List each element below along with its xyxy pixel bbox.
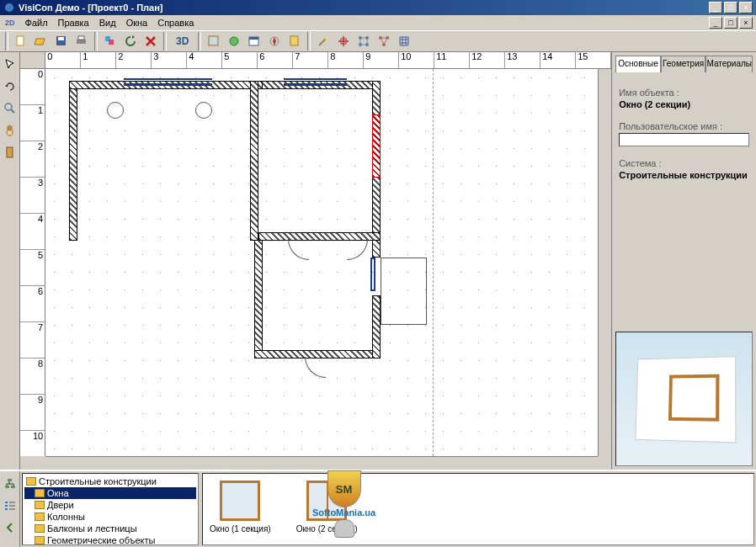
snap-icon xyxy=(337,35,350,48)
folder-icon xyxy=(35,524,45,533)
folder-icon xyxy=(35,536,45,544)
panel-button-5[interactable] xyxy=(285,32,304,50)
door-icon xyxy=(3,146,17,159)
menu-view[interactable]: Вид xyxy=(94,16,121,29)
svg-rect-14 xyxy=(290,36,298,45)
door-tool[interactable] xyxy=(1,143,19,162)
svg-rect-12 xyxy=(249,37,258,40)
svg-rect-25 xyxy=(7,147,13,157)
grid-button[interactable] xyxy=(395,32,413,50)
panel-button-2[interactable] xyxy=(225,32,243,50)
print-button[interactable] xyxy=(72,32,91,50)
folder-icon xyxy=(35,512,45,521)
svg-rect-28 xyxy=(11,486,15,488)
hand-icon xyxy=(3,124,17,137)
titlebar: VisiCon Демо - [Проект0 - План] _ □ × xyxy=(0,0,756,15)
left-toolbar xyxy=(0,52,20,470)
rotate2-icon xyxy=(3,80,17,93)
menu-file[interactable]: Файл xyxy=(20,16,53,29)
folder-icon xyxy=(35,489,45,497)
properties-panel: Основные Геометрия Материалы Имя объекта… xyxy=(611,52,756,470)
compass-icon xyxy=(268,35,281,48)
mdi-maximize-button[interactable]: □ xyxy=(724,17,737,29)
tree-windows[interactable]: Окна xyxy=(24,487,196,499)
wand-button[interactable] xyxy=(314,32,333,50)
save-button[interactable] xyxy=(52,32,71,50)
tree-root[interactable]: Строительные конструкции xyxy=(24,475,196,487)
svg-rect-7 xyxy=(109,40,114,45)
tree-columns[interactable]: Колонны xyxy=(24,511,196,523)
new-icon xyxy=(14,35,28,48)
system-value: Строительные конструкции xyxy=(619,170,749,180)
menu-windows[interactable]: Окна xyxy=(121,16,153,29)
grid-icon xyxy=(397,35,411,48)
svg-point-15 xyxy=(325,36,328,40)
object-name-value: Окно (2 секции) xyxy=(619,99,749,109)
folder-icon xyxy=(35,501,45,509)
menu-edit[interactable]: Правка xyxy=(53,16,94,29)
svg-rect-5 xyxy=(78,36,84,40)
lib-button-2[interactable] xyxy=(1,497,19,515)
globe-icon xyxy=(227,35,241,48)
lib-button-3[interactable] xyxy=(1,518,19,537)
open-icon xyxy=(35,35,48,48)
canvas-area: 0123456789101112131415 012345678910 xyxy=(20,52,611,470)
mdi-minimize-button[interactable]: _ xyxy=(709,17,722,29)
tab-geometry[interactable]: Геометрия xyxy=(661,56,706,72)
zoom-tool[interactable] xyxy=(1,99,19,118)
net-button-1[interactable] xyxy=(354,32,373,50)
ruler-horizontal: 0123456789101112131415 xyxy=(45,52,611,69)
open-button[interactable] xyxy=(32,32,51,50)
library-item-window2[interactable]: Окно (2 секции) xyxy=(296,481,358,538)
net2-icon xyxy=(377,35,391,48)
user-name-label: Пользовательское имя : xyxy=(619,121,749,131)
tree-balconies[interactable]: Балконы и лестницы xyxy=(24,523,196,534)
preview-3d[interactable] xyxy=(615,332,753,466)
floor-plan-canvas[interactable] xyxy=(45,69,598,456)
pointer-icon xyxy=(3,58,17,72)
rotate-button[interactable] xyxy=(121,32,140,50)
library-tree[interactable]: Строительные конструкции Окна Двери Коло… xyxy=(22,473,199,545)
window-title: VisiCon Демо - [Проект0 - План] xyxy=(19,3,162,13)
svg-rect-1 xyxy=(17,36,24,45)
delete-button[interactable] xyxy=(141,32,160,50)
mdi-close-button[interactable]: × xyxy=(739,17,753,29)
calendar-icon xyxy=(248,35,261,48)
app-icon xyxy=(3,2,15,13)
tree-geom[interactable]: Геометрические объекты xyxy=(24,534,196,545)
svg-point-10 xyxy=(230,37,238,45)
list-icon xyxy=(3,499,17,512)
mode-2d-badge: 2D xyxy=(3,17,17,29)
panel-button-1[interactable] xyxy=(205,32,223,50)
library-item-window1[interactable]: Окно (1 секция) xyxy=(210,481,271,538)
net-button-2[interactable] xyxy=(375,32,393,50)
lib-button-1[interactable] xyxy=(1,475,19,493)
book-icon xyxy=(288,35,301,48)
close-button[interactable]: × xyxy=(739,2,753,13)
panel-button-4[interactable] xyxy=(265,32,284,50)
hand-tool[interactable] xyxy=(1,121,19,140)
folder-icon xyxy=(26,477,36,486)
mode-3d-button[interactable]: 3D xyxy=(170,32,194,50)
svg-point-24 xyxy=(5,104,12,110)
vertical-scrollbar[interactable] xyxy=(598,69,611,456)
tree-doors[interactable]: Двери xyxy=(24,499,196,511)
snap-button[interactable] xyxy=(334,32,353,50)
svg-rect-9 xyxy=(210,38,216,44)
panel-button-3[interactable] xyxy=(245,32,264,50)
tab-materials[interactable]: Материалы xyxy=(705,56,753,72)
ruler-vertical: 012345678910 xyxy=(20,69,45,456)
maximize-button[interactable]: □ xyxy=(724,2,737,13)
minimize-button[interactable]: _ xyxy=(709,2,722,13)
rotate-tool[interactable] xyxy=(1,77,19,96)
layers-button[interactable] xyxy=(101,32,120,50)
horizontal-scrollbar[interactable] xyxy=(45,456,598,470)
window-icon xyxy=(207,35,221,48)
main-toolbar: 3D xyxy=(0,30,756,52)
menubar: 2D Файл Правка Вид Окна Справка _ □ × xyxy=(0,15,756,30)
new-button[interactable] xyxy=(12,32,30,50)
select-tool[interactable] xyxy=(1,56,19,74)
menu-help[interactable]: Справка xyxy=(152,16,199,29)
user-name-input[interactable] xyxy=(619,133,749,146)
tab-main[interactable]: Основные xyxy=(615,56,661,72)
